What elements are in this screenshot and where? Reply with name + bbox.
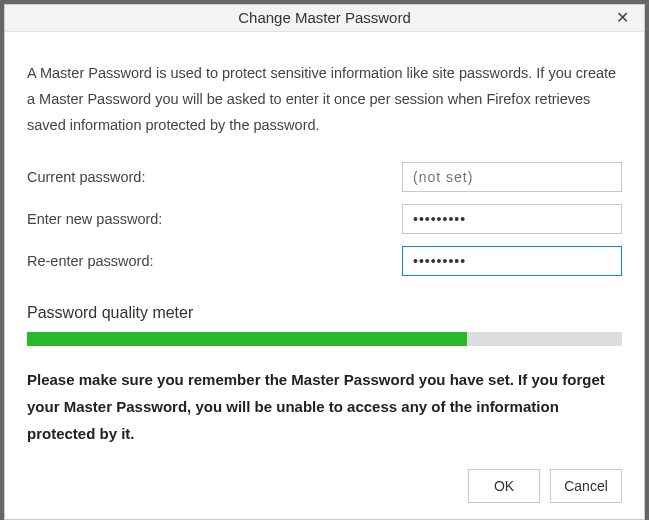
- reenter-password-input[interactable]: [402, 246, 622, 276]
- dialog-titlebar: Change Master Password ✕: [5, 5, 644, 32]
- current-password-label: Current password:: [27, 169, 402, 185]
- password-form: Current password: Enter new password: Re…: [27, 162, 622, 276]
- reenter-password-label: Re-enter password:: [27, 253, 402, 269]
- dialog-description: A Master Password is used to protect sen…: [27, 60, 622, 138]
- close-button[interactable]: ✕: [610, 6, 634, 30]
- new-password-label: Enter new password:: [27, 211, 402, 227]
- dialog-content: A Master Password is used to protect sen…: [5, 32, 644, 519]
- password-quality-meter: [27, 332, 622, 346]
- dialog-title: Change Master Password: [238, 9, 411, 26]
- password-quality-label: Password quality meter: [27, 304, 622, 322]
- new-password-input[interactable]: [402, 204, 622, 234]
- password-warning-text: Please make sure you remember the Master…: [27, 366, 622, 447]
- current-password-input[interactable]: [402, 162, 622, 192]
- password-quality-fill: [27, 332, 467, 346]
- cancel-button[interactable]: Cancel: [550, 469, 622, 503]
- change-master-password-dialog: Change Master Password ✕ A Master Passwo…: [4, 4, 645, 520]
- ok-button[interactable]: OK: [468, 469, 540, 503]
- dialog-button-row: OK Cancel: [27, 469, 622, 503]
- close-icon: ✕: [616, 8, 629, 27]
